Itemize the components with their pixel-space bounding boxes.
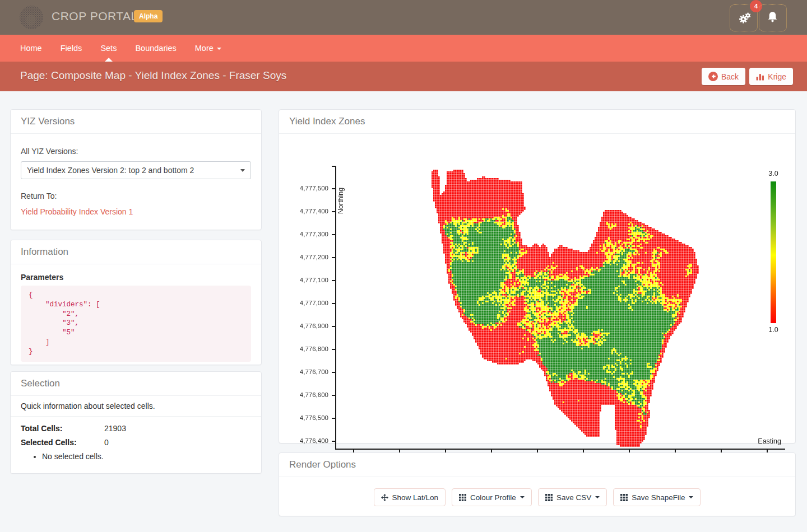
chevron-down-icon [520,496,525,498]
arrow-left-circle-icon [708,72,718,81]
total-cells-label: Total Cells: [21,424,104,433]
page-title: Page: Composite Map - Yield Index Zones … [20,69,286,82]
yield-zones-map-canvas[interactable] [336,165,782,449]
y-axis-tick [332,280,335,281]
y-axis-tick [332,395,335,396]
colour-profile-button[interactable]: Colour Profile [452,488,532,506]
nav-item-fields[interactable]: Fields [61,35,82,62]
x-axis [335,449,785,450]
y-axis-tick [332,418,335,419]
selected-cells-value: 0 [104,438,109,447]
krige-button-label: Krige [768,72,786,81]
information-panel-title: Information [11,240,261,264]
selection-description: Quick information about selected cells. [11,396,261,417]
y-axis-tick [332,234,335,235]
nav-item-boundaries[interactable]: Boundaries [135,35,176,62]
y-axis-tick [332,349,335,350]
colorbar [771,181,776,323]
nav-item-sets[interactable]: Sets [100,35,117,62]
render-options-panel: Render Options Show Lat/LonColour Profil… [279,452,796,516]
no-selected-cells-note: No selected cells. [42,452,251,461]
page-title-bar: Page: Composite Map - Yield Index Zones … [0,62,807,91]
top-header-bar: CROP PORTAL Alpha [0,0,807,35]
selected-cells-label: Selected Cells: [21,438,104,447]
y-axis-tick [332,441,335,442]
button-label: Save CSV [556,493,591,502]
krige-button[interactable]: Krige [749,68,793,85]
chevron-down-icon [595,496,600,498]
y-tick-label: 4,776,600 [288,391,328,398]
parameters-code-block: { "dividers": [ "2", "3", "5" ] } [21,286,251,362]
y-tick-label: 4,776,700 [288,368,328,375]
button-label: Colour Profile [470,493,516,502]
save-shapefile-button[interactable]: Save ShapeFile [613,488,701,506]
y-tick-label: 4,777,400 [288,208,328,214]
y-axis-tick [332,303,335,304]
settings-button[interactable]: 4 [730,4,758,31]
back-button[interactable]: Back [702,68,745,85]
y-tick-label: 4,776,900 [288,323,328,329]
y-tick-label: 4,777,300 [288,231,328,237]
selection-panel: Selection Quick information about select… [10,371,262,474]
colorbar-min-label: 1.0 [762,326,785,334]
move-icon [381,494,388,501]
parameters-label: Parameters [21,273,251,282]
y-axis-tick [332,257,335,258]
y-tick-label: 4,777,200 [288,254,328,260]
y-axis-tick [332,326,335,327]
y-tick-label: 4,776,400 [288,437,328,444]
save-csv-button[interactable]: Save CSV [538,488,607,506]
y-axis-tick [332,188,335,189]
y-axis-tick [332,372,335,373]
colorbar-max-label: 3.0 [762,170,785,178]
y-tick-label: 4,777,500 [288,185,328,192]
yield-index-zones-title: Yield Index Zones [279,110,795,134]
nav-item-home[interactable]: Home [20,35,42,62]
y-tick-label: 4,777,000 [288,300,328,306]
active-nav-caret [105,58,113,62]
button-label: Save ShapeFile [632,493,685,502]
grid-icon [545,494,553,501]
grid-icon [620,494,628,501]
y-axis-top-tick [332,166,335,167]
yiz-version-select[interactable]: Yield Index Zones Version 2: top 2 and b… [21,161,251,179]
all-yiz-versions-label: All YIZ Versions: [21,147,251,156]
render-options-title: Render Options [279,453,795,477]
plot-region: Northing Easting 3.0 1.0 4,777,5004,777,… [279,134,795,442]
main-navigation: HomeFieldsSetsBoundariesMore [0,35,807,62]
easting-axis-label: Easting [725,437,781,445]
total-cells-value: 21903 [104,424,126,433]
yiz-versions-panel-title: YIZ Versions [11,110,261,134]
crop-portal-logo [19,5,44,30]
y-tick-label: 4,777,100 [288,277,328,283]
nav-item-more[interactable]: More [195,35,221,62]
grid-icon [459,494,466,501]
chevron-down-icon [689,496,693,498]
notifications-button[interactable] [759,4,787,31]
alpha-badge: Alpha [134,10,163,22]
y-axis-tick [332,211,335,212]
yiz-versions-panel: YIZ Versions All YIZ Versions: Yield Ind… [10,109,262,230]
selection-panel-title: Selection [11,372,261,396]
back-button-label: Back [721,72,739,81]
chevron-down-icon [217,48,221,50]
bell-icon [766,11,780,25]
bar-chart-icon [756,72,764,81]
information-panel: Information Parameters { "dividers": [ "… [10,240,262,365]
northing-axis-label: Northing [337,166,345,214]
show-lat-lon-button[interactable]: Show Lat/Lon [374,488,446,506]
y-tick-label: 4,776,800 [288,346,328,352]
y-tick-label: 4,776,500 [288,414,328,421]
yield-index-zones-panel: Yield Index Zones Northing Easting 3.0 1… [279,109,796,444]
brand-title: CROP PORTAL [52,10,138,23]
settings-gears-icon [736,11,752,25]
yield-probability-index-link[interactable]: Yield Probability Index Version 1 [21,207,133,216]
button-label: Show Lat/Lon [392,493,439,502]
return-to-label: Return To: [21,192,251,200]
